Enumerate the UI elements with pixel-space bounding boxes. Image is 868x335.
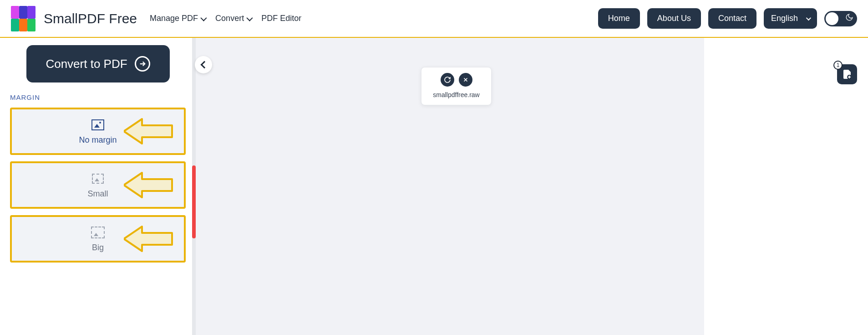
logo-block[interactable]: SmallPDF Free [11, 6, 137, 31]
nav-label: Convert [215, 14, 244, 23]
scrollbar-thumb[interactable] [192, 165, 196, 238]
chevron-down-icon [806, 15, 811, 20]
moon-icon [845, 13, 853, 24]
nav-pdf-editor[interactable]: PDF Editor [261, 14, 301, 23]
margin-option-none[interactable]: No margin [10, 108, 186, 155]
image-full-icon [91, 118, 105, 132]
chevron-left-icon [201, 61, 208, 69]
body-layout: Convert to PDF MARGIN No margin Small [0, 38, 868, 335]
remove-file-button[interactable] [459, 73, 472, 87]
dark-mode-toggle[interactable] [824, 11, 857, 26]
option-label: Small [87, 189, 108, 199]
rotate-button[interactable] [441, 73, 454, 87]
convert-to-pdf-button[interactable]: Convert to PDF [26, 45, 170, 82]
file-name-label: smallpdffree.raw [433, 91, 479, 98]
top-nav: Manage PDF Convert PDF Editor [150, 14, 301, 23]
nav-label: Manage PDF [150, 14, 198, 23]
section-margin-label: MARGIN [10, 93, 186, 101]
image-big-margin-icon [91, 226, 105, 239]
file-actions [441, 73, 472, 87]
nav-label: PDF Editor [261, 14, 301, 23]
annotation-arrow-icon [124, 116, 174, 146]
margin-option-small[interactable]: Small [10, 161, 186, 209]
logo-icon [11, 6, 36, 31]
file-add-icon [842, 69, 853, 80]
brand-title: SmallPDF Free [44, 11, 137, 26]
add-file-button[interactable]: 1 [837, 64, 857, 84]
sidebar: Convert to PDF MARGIN No margin Small [0, 38, 196, 335]
convert-label: Convert to PDF [46, 57, 127, 71]
chevron-down-icon [200, 15, 207, 21]
margin-option-big[interactable]: Big [10, 215, 186, 263]
header-bar: SmallPDF Free Manage PDF Convert PDF Edi… [0, 0, 868, 38]
home-button[interactable]: Home [598, 8, 640, 29]
file-card[interactable]: smallpdffree.raw [421, 67, 492, 105]
contact-button[interactable]: Contact [708, 8, 756, 29]
annotation-arrow-icon [124, 170, 174, 200]
rotate-icon [444, 76, 451, 83]
option-label: Big [92, 243, 104, 253]
toggle-knob [826, 12, 838, 25]
nav-manage-pdf[interactable]: Manage PDF [150, 14, 205, 23]
nav-convert[interactable]: Convert [215, 14, 251, 23]
chevron-down-icon [246, 15, 253, 21]
language-label: English [771, 14, 798, 23]
file-count-badge: 1 [833, 61, 843, 70]
sidebar-scrollbar[interactable] [192, 38, 196, 335]
arrow-right-circle-icon [135, 56, 150, 72]
image-small-margin-icon [91, 172, 105, 186]
option-label: No margin [79, 135, 117, 145]
collapse-sidebar-button[interactable] [195, 56, 212, 73]
header-buttons: Home About Us Contact English [598, 8, 857, 29]
language-select[interactable]: English [764, 8, 817, 29]
annotation-arrow-icon [124, 224, 174, 254]
main-canvas: smallpdffree.raw 1 [196, 38, 868, 335]
close-icon [462, 77, 469, 83]
about-button[interactable]: About Us [647, 8, 701, 29]
